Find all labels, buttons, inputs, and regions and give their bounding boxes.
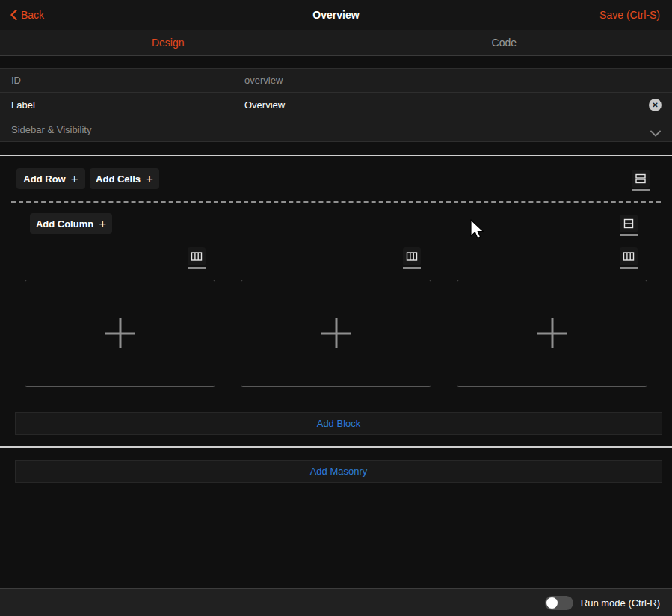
add-masonry-button[interactable]: Add Masonry (15, 460, 662, 483)
id-label: ID (11, 69, 21, 92)
top-bar: Overview Back Save (Ctrl-S) (0, 0, 672, 30)
clear-label-button[interactable]: ✕ (649, 99, 662, 111)
run-mode-toggle[interactable] (545, 596, 573, 610)
add-block-button[interactable]: Add Block (15, 412, 662, 435)
columns-layout-icon (620, 247, 638, 265)
row-layout-button[interactable] (631, 170, 650, 191)
tab-code[interactable]: Code (336, 30, 672, 55)
sidebar-visibility-label: Sidebar & Visibility (11, 117, 91, 141)
form-row-sidebar-visibility[interactable]: Sidebar & Visibility (0, 117, 672, 142)
designer-top-separator (0, 155, 672, 156)
add-row-label: Add Row (23, 173, 65, 185)
form-row-label: Label Overview ✕ (0, 93, 672, 117)
plus-icon (320, 317, 353, 350)
plus-icon: + (99, 218, 106, 230)
bottom-bar: Run mode (Ctrl-R) (0, 588, 672, 616)
id-value[interactable]: overview (244, 69, 283, 92)
column-settings-button-1[interactable] (187, 247, 206, 269)
app-root: Overview Back Save (Ctrl-S) Design Code … (0, 0, 672, 616)
add-column-button[interactable]: Add Column+ (30, 213, 112, 234)
run-mode-label: Run mode (Ctrl-R) (581, 597, 660, 609)
toggle-knob (546, 597, 558, 609)
label-label: Label (11, 93, 35, 117)
form-row-id: ID overview (0, 68, 672, 93)
column-underline (403, 267, 421, 269)
add-row-button[interactable]: Add Row+ (16, 168, 85, 189)
properties-form: ID overview Label Overview ✕ Sidebar & V… (0, 68, 672, 142)
masonry-section-separator (0, 446, 672, 448)
column-settings-button-3[interactable] (619, 247, 638, 269)
columns-layout-icon (403, 247, 421, 265)
add-cells-button[interactable]: Add Cells+ (90, 168, 159, 189)
back-label: Back (21, 9, 44, 21)
row-split-button[interactable] (619, 215, 638, 236)
mouse-cursor-icon (469, 219, 486, 241)
plus-icon (536, 317, 569, 350)
column-placeholder-2[interactable] (241, 280, 431, 387)
run-mode-control: Run mode (Ctrl-R) (545, 589, 660, 616)
column-placeholder-3[interactable] (457, 280, 647, 387)
column-placeholder-1[interactable] (25, 280, 215, 387)
column-underline (620, 267, 638, 269)
add-column-label: Add Column (36, 218, 93, 230)
chevron-down-icon[interactable] (650, 126, 661, 140)
row-section-dashed-separator (11, 201, 661, 203)
back-button[interactable]: Back (10, 0, 44, 30)
label-value[interactable]: Overview (244, 93, 285, 117)
tab-bar: Design Code (0, 30, 672, 56)
row-split-icon (620, 215, 638, 232)
save-button[interactable]: Save (Ctrl-S) (599, 0, 660, 30)
plus-icon: + (71, 173, 78, 185)
row-layout-underline (632, 189, 650, 191)
column-underline (188, 267, 206, 269)
plus-icon (104, 317, 137, 350)
row-split-underline (620, 234, 638, 236)
tab-design[interactable]: Design (0, 30, 336, 55)
rows-layout-icon (632, 170, 650, 188)
column-settings-button-2[interactable] (402, 247, 422, 269)
plus-icon: + (146, 173, 153, 185)
chevron-left-icon (10, 10, 17, 20)
add-cells-label: Add Cells (96, 173, 141, 185)
columns-layout-icon (188, 247, 206, 265)
page-title: Overview (0, 0, 672, 30)
